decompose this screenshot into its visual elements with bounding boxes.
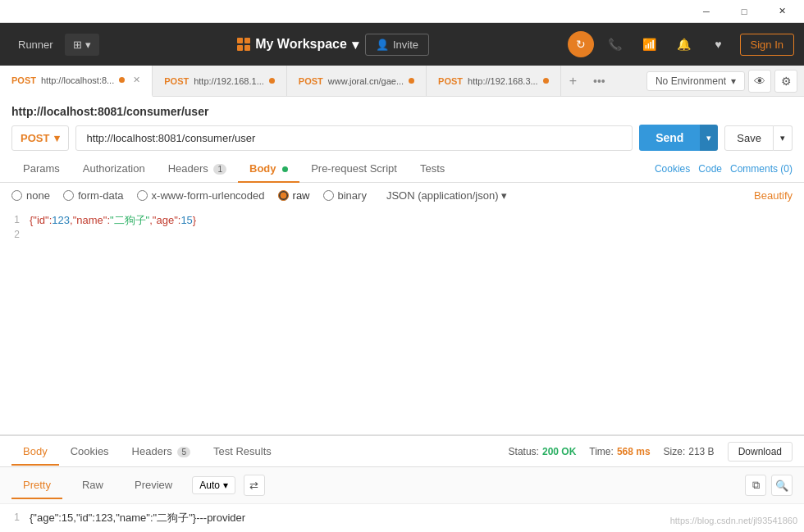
tab-1[interactable]: POST http://localhost:8... ✕ (0, 66, 153, 97)
import-button[interactable]: ⊞ ▾ (65, 34, 99, 56)
binary-radio[interactable] (323, 190, 334, 201)
user-plus-icon: 👤 (376, 39, 389, 51)
response-meta: Status: 200 OK Time: 568 ms Size: 213 B … (509, 442, 793, 462)
resp-pretty-tab[interactable]: Pretty (11, 472, 62, 499)
settings-button[interactable]: ⚙ (774, 70, 797, 93)
response-tabs: Body Cookies Headers 5 Test Results (11, 439, 283, 465)
response-header: Body Cookies Headers 5 Test Results Stat… (0, 436, 804, 467)
binary-radio-label[interactable]: binary (323, 189, 367, 202)
resp-test-results-tab[interactable]: Test Results (202, 439, 283, 466)
phone-button[interactable]: 📞 (602, 31, 628, 57)
tab-method-3: POST (299, 76, 323, 86)
tab-method-2: POST (164, 76, 189, 86)
body-tab[interactable]: Body (238, 156, 299, 183)
url-input[interactable] (75, 125, 633, 151)
request-subtabs: Params Authorization Headers 1 Body Pre-… (0, 156, 804, 183)
tab-2[interactable]: POST http://192.168.1... (153, 66, 287, 97)
save-button[interactable]: Save (724, 125, 774, 151)
environment-selector[interactable]: No Environment ▾ (646, 71, 745, 91)
body-dot (282, 166, 288, 172)
method-chevron-icon: ▾ (54, 132, 60, 144)
none-radio-label[interactable]: none (11, 189, 50, 202)
code-link[interactable]: Code (698, 163, 722, 175)
resp-icon-button[interactable]: ⇄ (244, 475, 265, 496)
save-dropdown-button[interactable]: ▾ (774, 125, 793, 151)
status-label: Status: (509, 446, 539, 457)
form-data-radio[interactable] (63, 190, 74, 201)
workspace-icon (237, 38, 250, 51)
main-area: POST http://localhost:8... ✕ POST http:/… (0, 66, 804, 532)
method-selector[interactable]: POST ▾ (11, 125, 69, 151)
time-info: Time: 568 ms (589, 446, 650, 457)
resp-body-tab[interactable]: Body (11, 439, 59, 466)
json-type-selector[interactable]: JSON (application/json) ▾ (386, 189, 508, 202)
headers-tab[interactable]: Headers 1 (157, 156, 238, 183)
resp-raw-tab[interactable]: Raw (71, 472, 115, 499)
comments-link[interactable]: Comments (0) (730, 163, 793, 175)
send-chevron-icon: ▾ (706, 133, 711, 143)
params-tab[interactable]: Params (11, 156, 71, 183)
tab-url-4: http://192.168.3... (468, 76, 538, 86)
form-data-radio-label[interactable]: form-data (63, 189, 124, 202)
maximize-button[interactable]: □ (725, 0, 763, 23)
tab-dot-2 (269, 78, 275, 84)
sync-icon: ↻ (576, 38, 586, 51)
copy-icon: ⧉ (752, 479, 760, 492)
tab-close-1[interactable]: ✕ (133, 75, 140, 85)
resp-format-selector[interactable]: Auto ▾ (192, 476, 235, 494)
json-type-chevron-icon: ▾ (501, 189, 507, 202)
download-button[interactable]: Download (728, 442, 793, 462)
send-dropdown-button[interactable]: ▾ (700, 125, 718, 151)
resp-line-content-1: {"age":15,"id":123,"name":"二狗子"}---provi… (30, 511, 245, 525)
request-body-editor[interactable]: 1 {"id":123,"name":"二狗子","age":15} 2 (0, 208, 804, 435)
url-encoded-radio-label[interactable]: x-www-form-urlencoded (137, 189, 265, 202)
status-info: Status: 200 OK (509, 446, 577, 457)
env-label: No Environment (656, 75, 726, 87)
resp-headers-tab[interactable]: Headers 5 (121, 439, 202, 466)
pre-request-tab[interactable]: Pre-request Script (299, 156, 409, 183)
beautify-button[interactable]: Beautify (754, 189, 793, 202)
tab-method-4: POST (438, 76, 463, 86)
request-title: http://localhost:8081/consumer/user (11, 105, 793, 118)
tab-4[interactable]: POST http://192.168.3... (427, 66, 561, 97)
heart-button[interactable]: ♥ (706, 31, 732, 57)
url-encoded-radio[interactable] (137, 190, 148, 201)
resp-search-button[interactable]: 🔍 (771, 475, 793, 496)
workspace-selector[interactable]: My Workspace ▾ (237, 37, 359, 52)
invite-button[interactable]: 👤 Invite (365, 34, 429, 56)
eye-button[interactable]: 👁 (748, 70, 771, 93)
cookies-link[interactable]: Cookies (655, 163, 690, 175)
tab-dot-3 (409, 78, 414, 84)
bell-icon: 🔔 (677, 38, 691, 51)
send-button[interactable]: Send (639, 125, 700, 151)
tab-method-1: POST (11, 75, 36, 85)
signal-button[interactable]: 📶 (637, 31, 663, 57)
line-content-2 (30, 228, 33, 240)
more-tabs-button[interactable]: ••• (585, 66, 614, 97)
tab-dot-4 (543, 78, 549, 84)
workspace-chevron-icon: ▾ (352, 37, 359, 52)
runner-button[interactable]: Runner (10, 34, 62, 56)
sync-button[interactable]: ↻ (568, 31, 594, 57)
signin-button[interactable]: Sign In (740, 34, 794, 56)
search-icon: 🔍 (775, 480, 788, 492)
raw-radio-label[interactable]: raw (278, 189, 310, 202)
authorization-tab[interactable]: Authorization (71, 156, 157, 183)
tests-tab[interactable]: Tests (409, 156, 456, 183)
close-button[interactable]: ✕ (763, 0, 801, 23)
minimize-button[interactable]: ─ (688, 0, 725, 23)
titlebar: ─ □ ✕ (0, 0, 804, 23)
none-radio[interactable] (11, 190, 22, 201)
editor-line-1: 1 {"id":123,"name":"二狗子","age":15} (0, 213, 804, 228)
tab-url-1: http://localhost:8... (41, 75, 114, 85)
bell-button[interactable]: 🔔 (671, 31, 697, 57)
resp-preview-tab[interactable]: Preview (123, 472, 184, 499)
tab-url-3: www.joral.cn/gae... (328, 76, 404, 86)
resp-cookies-tab[interactable]: Cookies (59, 439, 121, 466)
tab-3[interactable]: POST www.joral.cn/gae... (287, 66, 427, 97)
resp-copy-button[interactable]: ⧉ (745, 475, 766, 496)
tab-url-2: http://192.168.1... (194, 76, 264, 86)
raw-radio[interactable] (278, 190, 289, 201)
add-tab-button[interactable]: + (561, 66, 585, 97)
size-label: Size: (664, 446, 686, 457)
